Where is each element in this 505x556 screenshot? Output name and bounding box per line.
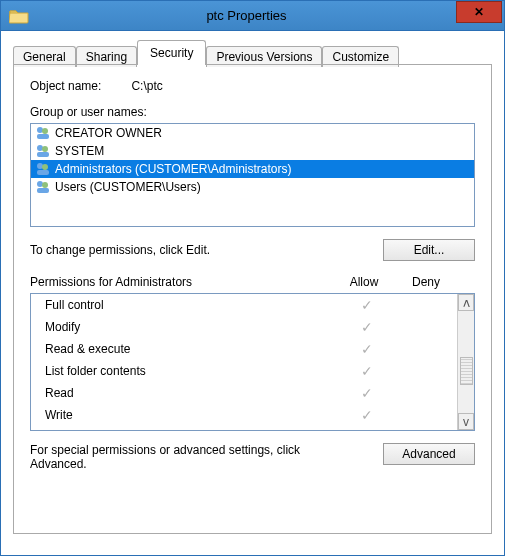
scroll-thumb[interactable] bbox=[460, 357, 473, 385]
check-icon: ✓ bbox=[337, 341, 397, 357]
check-icon: ✓ bbox=[337, 363, 397, 379]
button-label: Advanced bbox=[402, 447, 455, 461]
tab-label: Sharing bbox=[86, 50, 127, 64]
principal-name: SYSTEM bbox=[55, 144, 104, 158]
edit-hint: To change permissions, click Edit. bbox=[30, 243, 210, 257]
permission-row: List folder contents ✓ bbox=[31, 360, 457, 382]
folder-icon bbox=[9, 8, 29, 24]
object-name-value: C:\ptc bbox=[131, 79, 162, 93]
permission-row: Read ✓ bbox=[31, 382, 457, 404]
close-icon: ✕ bbox=[474, 5, 484, 19]
svg-rect-11 bbox=[37, 188, 49, 193]
chevron-down-icon: v bbox=[463, 415, 469, 429]
principal-name: Users (CUSTOMER\Users) bbox=[55, 180, 201, 194]
scroll-down-button[interactable]: v bbox=[458, 413, 474, 430]
permissions-list[interactable]: Full control ✓ Modify ✓ Read & execute ✓ bbox=[31, 294, 457, 430]
deny-header: Deny bbox=[395, 275, 457, 289]
svg-point-4 bbox=[42, 146, 48, 152]
principal-item[interactable]: Users (CUSTOMER\Users) bbox=[31, 178, 474, 196]
dialog-body: General Sharing Security Previous Versio… bbox=[1, 31, 504, 555]
permission-name: Write bbox=[31, 408, 337, 422]
group-icon bbox=[35, 125, 51, 141]
allow-header: Allow bbox=[333, 275, 395, 289]
svg-point-1 bbox=[42, 128, 48, 134]
svg-point-7 bbox=[42, 164, 48, 170]
check-icon: ✓ bbox=[337, 385, 397, 401]
permission-name: Read bbox=[31, 386, 337, 400]
titlebar: ptc Properties ✕ bbox=[1, 1, 504, 31]
object-name-row: Object name: C:\ptc bbox=[30, 79, 475, 93]
advanced-button[interactable]: Advanced bbox=[383, 443, 475, 465]
check-icon: ✓ bbox=[337, 297, 397, 313]
scrollbar[interactable]: ʌ v bbox=[457, 294, 474, 430]
window-title: ptc Properties bbox=[29, 8, 504, 23]
svg-point-9 bbox=[37, 181, 43, 187]
principal-item[interactable]: Administrators (CUSTOMER\Administrators) bbox=[31, 160, 474, 178]
check-icon: ✓ bbox=[337, 319, 397, 335]
permission-row: Modify ✓ bbox=[31, 316, 457, 338]
button-label: Edit... bbox=[414, 243, 445, 257]
group-icon bbox=[35, 179, 51, 195]
permissions-header: Permissions for Administrators Allow Den… bbox=[30, 275, 475, 289]
tab-label: Security bbox=[150, 46, 193, 60]
permission-name: List folder contents bbox=[31, 364, 337, 378]
permission-name: Read & execute bbox=[31, 342, 337, 356]
svg-point-6 bbox=[37, 163, 43, 169]
svg-rect-2 bbox=[37, 134, 49, 139]
chevron-up-icon: ʌ bbox=[463, 296, 470, 310]
security-tab-panel: Object name: C:\ptc Group or user names:… bbox=[13, 64, 492, 534]
tab-label: General bbox=[23, 50, 66, 64]
edit-row: To change permissions, click Edit. Edit.… bbox=[30, 239, 475, 261]
svg-point-0 bbox=[37, 127, 43, 133]
close-button[interactable]: ✕ bbox=[456, 1, 502, 23]
permission-row: Full control ✓ bbox=[31, 294, 457, 316]
svg-point-3 bbox=[37, 145, 43, 151]
permissions-for-label: Permissions for Administrators bbox=[30, 275, 333, 289]
advanced-row: For special permissions or advanced sett… bbox=[30, 443, 475, 471]
tab-label: Customize bbox=[332, 50, 389, 64]
svg-point-10 bbox=[42, 182, 48, 188]
group-icon bbox=[35, 143, 51, 159]
permission-row: Write ✓ bbox=[31, 404, 457, 426]
principal-item[interactable]: CREATOR OWNER bbox=[31, 124, 474, 142]
principal-name: CREATOR OWNER bbox=[55, 126, 162, 140]
scroll-track[interactable] bbox=[458, 311, 474, 413]
edit-button[interactable]: Edit... bbox=[383, 239, 475, 261]
principal-name: Administrators (CUSTOMER\Administrators) bbox=[55, 162, 291, 176]
principal-item[interactable]: SYSTEM bbox=[31, 142, 474, 160]
svg-rect-5 bbox=[37, 152, 49, 157]
permission-row: Read & execute ✓ bbox=[31, 338, 457, 360]
tab-security[interactable]: Security bbox=[137, 40, 206, 65]
object-name-label: Object name: bbox=[30, 79, 101, 93]
group-users-label: Group or user names: bbox=[30, 105, 475, 119]
scroll-up-button[interactable]: ʌ bbox=[458, 294, 474, 311]
tab-label: Previous Versions bbox=[216, 50, 312, 64]
properties-window: ptc Properties ✕ General Sharing Securit… bbox=[0, 0, 505, 556]
svg-rect-8 bbox=[37, 170, 49, 175]
permission-name: Full control bbox=[31, 298, 337, 312]
check-icon: ✓ bbox=[337, 407, 397, 423]
tab-strip: General Sharing Security Previous Versio… bbox=[13, 40, 492, 65]
permission-name: Modify bbox=[31, 320, 337, 334]
advanced-hint: For special permissions or advanced sett… bbox=[30, 443, 310, 471]
group-icon bbox=[35, 161, 51, 177]
permissions-box: Full control ✓ Modify ✓ Read & execute ✓ bbox=[30, 293, 475, 431]
principals-listbox[interactable]: CREATOR OWNER SYSTEM Administrators (CUS… bbox=[30, 123, 475, 227]
